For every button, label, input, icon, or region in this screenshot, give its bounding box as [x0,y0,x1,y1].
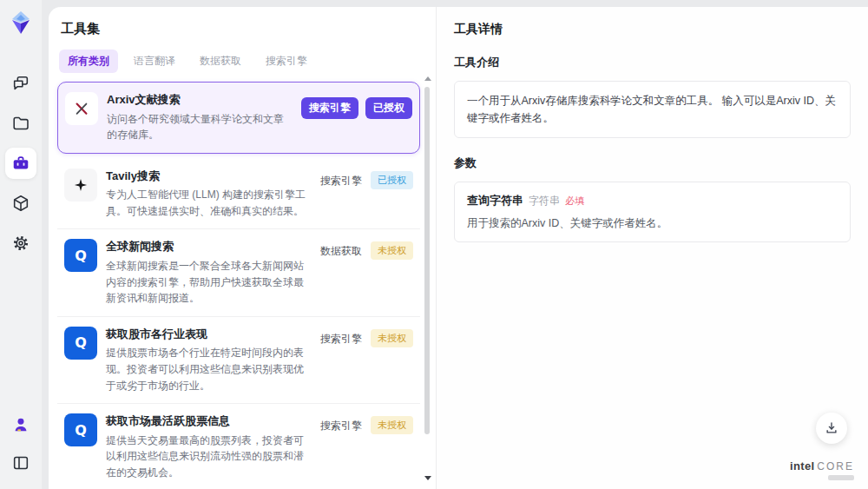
category-tabs: 所有类别 语言翻译 数据获取 搜索引擎 [57,50,420,73]
tool-icon-box [64,169,97,202]
gear-icon [11,234,30,253]
nav-packages-button[interactable] [5,188,36,219]
tab-all-categories[interactable]: 所有类别 [59,50,118,73]
tool-card-body: 全球新闻搜索 全球新闻搜索是一个聚合全球各大新闻网站内容的搜索引擎，帮助用户快速… [106,239,312,306]
category-label: 数据获取 [320,241,362,259]
app-logo-icon[interactable] [7,9,35,36]
tool-description: 全球新闻搜索是一个聚合全球各大新闻网站内容的搜索引擎，帮助用户快速获取全球最新资… [106,258,312,307]
nav-tools-button[interactable] [5,148,36,179]
category-label: 搜索引擎 [320,416,362,433]
left-icon-rail [0,0,42,489]
tool-icon-box: Q [64,239,97,272]
tool-card-active-stocks[interactable]: Q 获取市场最活跃股票信息 提供当天交易量最高的股票列表，投资者可以利用这些信息… [57,404,420,489]
blue-q-logo-icon: Q [75,422,87,439]
tool-name: Arxiv文献搜索 [107,92,293,108]
nav-settings-button[interactable] [5,228,36,259]
sparkle-icon [72,176,89,194]
status-badge: 未授权 [371,329,413,347]
nav-chat-button[interactable] [5,68,36,99]
page-title: 工具集 [57,21,420,37]
user-avatar-button[interactable] [5,409,36,440]
scrollbar-thumb[interactable] [424,87,430,434]
panel-layout-icon [11,453,30,472]
list-scrollbar[interactable] [423,76,431,482]
download-button[interactable] [816,413,847,444]
brand-secondary-text: CORE [817,461,854,472]
params-heading: 参数 [454,155,851,171]
tool-description: 专为人工智能代理 (LLM) 构建的搜索引擎工具。可快速提供实时、准确和真实的结… [106,187,312,219]
category-label: 搜索引擎 [320,171,362,188]
scroll-up-arrow-icon[interactable] [424,76,431,81]
download-icon [824,420,839,436]
tool-icon-box: Q [64,413,97,446]
main-sheet: 工具集 所有类别 语言翻译 数据获取 搜索引擎 A [49,7,868,489]
tool-card-meta: 搜索引擎 未授权 [320,327,413,393]
cube-icon [11,194,30,213]
tool-card-tavily[interactable]: Tavily搜索 专为人工智能代理 (LLM) 构建的搜索引擎工具。可快速提供实… [57,159,420,230]
tool-card-body: Arxiv文献搜索 访问各个研究领域大量科学论文和文章的存储库。 [107,92,293,143]
chat-icon [11,74,30,93]
rail-bottom [5,409,36,479]
tool-description: 访问各个研究领域大量科学论文和文章的存储库。 [107,111,293,143]
folder-icon [11,114,30,133]
blue-q-logo-icon: Q [75,334,87,351]
category-label: 搜索引擎 [320,329,362,347]
avatar-icon [11,415,30,434]
tab-search-engine[interactable]: 搜索引擎 [257,50,316,73]
tool-name: Tavily搜索 [106,169,312,184]
status-badge: 已授权 [365,97,412,119]
gem-logo-icon [9,10,33,35]
tool-description: 提供股票市场各个行业在特定时间段内的表现。投资者可以利用这些信息来识别表现优于或… [106,345,312,393]
tool-list-panel: 工具集 所有类别 语言翻译 数据获取 搜索引擎 A [49,7,437,489]
param-description: 用于搜索的Arxiv ID、关键字或作者姓名。 [467,216,838,231]
tool-name: 全球新闻搜索 [106,239,312,254]
tool-card-body: 获取市场最活跃股票信息 提供当天交易量最高的股票列表，投资者可以利用这些信息来识… [106,413,312,480]
param-head: 查询字符串 字符串 必填 [467,193,838,208]
toolbox-icon [11,154,30,173]
arxiv-logo-icon [73,100,90,117]
rail-nav [5,68,36,259]
tool-icon-box [65,92,98,125]
scroll-down-arrow-icon[interactable] [424,476,431,480]
status-badge: 已授权 [371,171,413,189]
tool-icon-box: Q [64,327,97,360]
tool-card-meta: 数据获取 未授权 [320,239,413,306]
tool-card-meta: 搜索引擎 已授权 [320,169,413,220]
tab-language-translation[interactable]: 语言翻译 [125,50,184,73]
tool-card-list: Arxiv文献搜索 访问各个研究领域大量科学论文和文章的存储库。 搜索引擎 已授… [57,82,420,489]
status-badge: 未授权 [371,241,413,260]
tool-description: 提供当天交易量最高的股票列表，投资者可以利用这些信息来识别流动性强的股票和潜在的… [106,433,312,481]
tool-card-body: Tavily搜索 专为人工智能代理 (LLM) 构建的搜索引擎工具。可快速提供实… [106,169,312,220]
intro-heading: 工具介绍 [454,55,851,70]
brand-sub-mark [828,475,854,480]
param-name: 查询字符串 [467,193,523,208]
blue-q-logo-icon: Q [75,248,87,264]
tool-card-meta: 搜索引擎 已授权 [301,92,412,143]
intro-text: 一个用于从Arxiv存储库搜索科学论文和文章的工具。 输入可以是Arxiv ID… [467,92,838,127]
detail-title: 工具详情 [454,22,851,37]
tool-card-arxiv[interactable]: Arxiv文献搜索 访问各个研究领域大量科学论文和文章的存储库。 搜索引擎 已授… [57,82,420,154]
tool-name: 获取股市各行业表现 [106,327,312,342]
param-type: 字符串 [529,194,560,208]
param-box: 查询字符串 字符串 必填 用于搜索的Arxiv ID、关键字或作者姓名。 [454,182,851,242]
nav-files-button[interactable] [5,108,36,139]
app-window: 工具集 所有类别 语言翻译 数据获取 搜索引擎 A [0,0,868,489]
category-badge: 搜索引擎 [301,97,358,119]
status-badge: 未授权 [371,416,413,434]
tool-card-meta: 搜索引擎 未授权 [320,413,413,480]
tool-card-global-news[interactable]: Q 全球新闻搜索 全球新闻搜索是一个聚合全球各大新闻网站内容的搜索引擎，帮助用户… [57,229,420,316]
tool-detail-panel: 工具详情 工具介绍 一个用于从Arxiv存储库搜索科学论文和文章的工具。 输入可… [437,7,868,489]
tool-name: 获取市场最活跃股票信息 [106,413,312,429]
intro-box: 一个用于从Arxiv存储库搜索科学论文和文章的工具。 输入可以是Arxiv ID… [454,81,851,138]
param-required-flag: 必填 [565,195,584,208]
collapse-panel-button[interactable] [5,447,36,479]
brand-primary-text: intel [790,460,814,472]
tool-card-body: 获取股市各行业表现 提供股票市场各个行业在特定时间段内的表现。投资者可以利用这些… [106,327,312,393]
tab-data-fetch[interactable]: 数据获取 [191,50,250,73]
tool-card-sector-performance[interactable]: Q 获取股市各行业表现 提供股票市场各个行业在特定时间段内的表现。投资者可以利用… [57,317,420,404]
intel-core-logo: intel CORE [790,460,854,480]
